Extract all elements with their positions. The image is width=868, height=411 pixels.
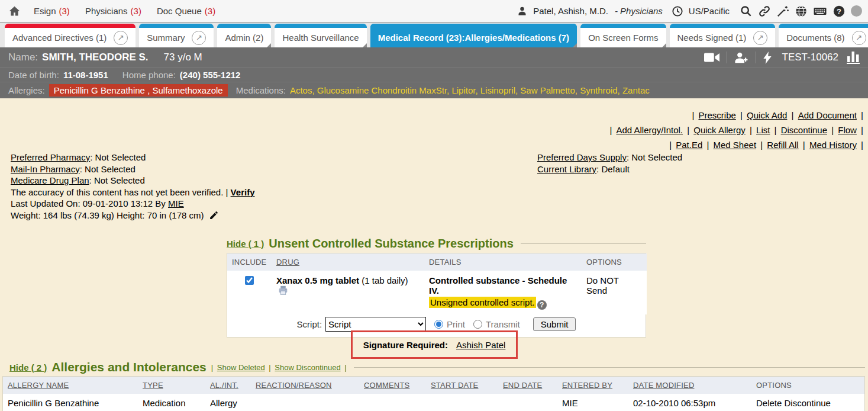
column-header-drug[interactable]: DRUG [272,253,424,271]
topbar-link-doc-queue[interactable]: Doc Queue (3) [157,6,215,16]
add-person-icon[interactable] [734,52,748,63]
script-select[interactable]: Script [325,317,426,332]
tab[interactable]: Documents (8) [779,24,868,47]
verify-link[interactable]: Verify [231,187,255,197]
action-link[interactable]: Prescribe [698,110,735,120]
allergy-row-cell: 02-10-2010 06:53pm [628,394,751,411]
tab-corner-fold-icon [363,43,367,47]
lightning-icon[interactable] [763,52,772,64]
topbar-link-label: Esign [34,6,56,16]
column-header[interactable]: AL./INT. [205,377,251,394]
allergies-table: ALLERGY NAMETYPEAL./INT.REACTION/REASONC… [3,377,864,411]
popout-icon[interactable] [192,31,206,45]
current-library-link[interactable]: Current Library [537,164,599,174]
popout-icon[interactable] [852,31,866,45]
tab[interactable]: Health Surveillance [275,24,366,47]
action-link[interactable]: Med History [809,140,857,150]
preferred-pharmacy-row: Preferred Pharmacy Not Selected [11,152,254,163]
tab-label: Documents (8) [786,33,844,43]
medication-link[interactable]: Actos [290,85,312,95]
wand-icon[interactable] [776,5,789,18]
action-link[interactable]: Discontinue [781,125,827,135]
keyboard-icon[interactable] [813,4,827,18]
preferred-days-supply-link[interactable]: Preferred Days Supply [537,152,629,162]
help-icon[interactable]: ? [832,5,846,18]
clock-icon [672,5,683,17]
printer-icon[interactable] [278,285,288,296]
tab[interactable]: Summary [139,24,214,47]
action-link[interactable]: Add Document [798,110,857,120]
action-link[interactable]: Quick Add [747,110,787,120]
last-updated-by-link[interactable]: MIE [168,198,184,208]
allergies-filter-link[interactable]: Show Deleted [217,363,265,372]
transmit-radio[interactable] [473,320,482,329]
include-checkbox[interactable] [245,276,254,285]
action-link[interactable]: Med Sheet [714,140,757,150]
hide-allergies-link[interactable]: Hide ( 2 ) [9,362,47,373]
home-icon[interactable] [8,5,21,17]
allergies-filter-links: | Show Deleted | Show Discontinued | [211,363,347,372]
topbar-link-esign[interactable]: Esign (3) [34,6,70,16]
submit-button[interactable]: Submit [533,317,576,331]
link-icon[interactable] [758,5,771,18]
column-header[interactable]: ALLERGY NAME [3,377,138,394]
allergies-section-title: Allergies and Intolerances [51,360,206,374]
column-header[interactable]: TYPE [138,377,205,394]
popout-icon[interactable] [114,31,128,45]
edit-pencil-icon[interactable] [209,210,219,220]
medication-link[interactable]: Zantac [622,85,650,95]
action-link[interactable]: Refill All [767,140,798,150]
medication-link[interactable]: Lipitor [451,85,475,95]
status-circle-icon [851,5,862,17]
preferred-pharmacy-link[interactable]: Preferred Pharmacy [11,152,92,162]
medication-link[interactable]: Glucosamine Chondroitin MaxStr [317,85,447,95]
user-icon [517,5,528,17]
tab[interactable]: Needs Signed (1) [670,24,776,47]
drug-name: Xanax 0.5 mg tablet [276,275,359,285]
allergy-row-cell: Allergy [205,394,251,411]
action-link[interactable]: Pat.Ed [676,140,702,150]
action-link[interactable]: Quick Allergy [693,125,746,135]
allergy-alert[interactable]: Penicillin G Benzathine , Sulfamethoxazo… [49,84,228,97]
popout-icon[interactable] [753,31,767,45]
help-icon[interactable] [537,300,547,310]
column-header[interactable]: ENTERED BY [557,377,628,394]
allergies-section: Hide ( 2 ) Allergies and Intolerances | … [2,360,865,411]
tab-corner-fold-icon [662,43,666,47]
column-header[interactable]: REACTION/REASON [251,377,359,394]
medication-link[interactable]: Lisinopril [480,85,515,95]
medication-link[interactable]: Saw Palmetto [520,85,575,95]
tab-corner-fold-icon [267,43,271,47]
action-link[interactable]: Flow [838,125,857,135]
medication-link[interactable]: Synthroid [580,85,617,95]
tab[interactable]: Admin (2) [217,24,271,47]
signature-provider-link[interactable]: Ashish Patel [456,340,505,350]
medicare-drug-plan-link[interactable]: Medicare Drug Plan [11,175,92,185]
tab-color-strip [370,24,577,28]
tab[interactable]: Advanced Directives (1) [5,24,135,47]
tab[interactable]: Medical Record (23):Allergies/Medication… [370,24,577,47]
allergy-row-options[interactable]: Delete Discontinue [751,394,864,411]
globe-icon[interactable] [795,5,808,18]
column-header[interactable]: COMMENTS [359,377,426,394]
column-header[interactable]: DATE MODIFIED [628,377,751,394]
video-camera-icon[interactable] [704,52,719,63]
print-radio-label: Print [447,319,465,329]
tab[interactable]: On Screen Forms [580,24,666,47]
patient-age-sex: 73 y/o M [164,52,202,63]
do-not-send-text: Do NOT Send [586,275,624,296]
mail-in-pharmacy-link[interactable]: Mail-In Pharmacy [11,164,82,174]
bar-chart-icon[interactable] [847,52,860,64]
tab-label: Needs Signed (1) [677,33,747,43]
column-header[interactable]: START DATE [426,377,498,394]
print-radio[interactable] [434,320,443,329]
topbar-link-count: (3) [131,6,141,16]
search-icon[interactable] [740,5,753,18]
action-link[interactable]: Add Allergy/Intol. [616,125,683,135]
hide-unsent-link[interactable]: Hide ( 1 ) [227,239,264,249]
column-header-options: OPTIONS [582,253,647,271]
topbar-link-physicians[interactable]: Physicians (3) [85,6,141,16]
allergies-filter-link[interactable]: Show Discontinued [275,363,340,372]
action-link[interactable]: List [756,125,770,135]
column-header[interactable]: END DATE [498,377,557,394]
